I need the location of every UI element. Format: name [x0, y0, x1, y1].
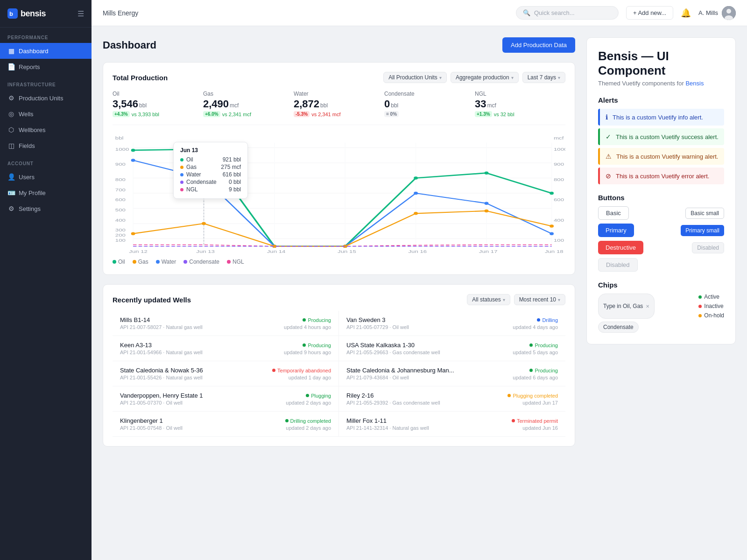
svg-text:mcf: mcf	[554, 135, 564, 140]
well-status: Drilling	[537, 317, 558, 323]
wells-icon: ◎	[7, 110, 15, 118]
svg-text:200: 200	[115, 232, 126, 238]
sidebar-item-users[interactable]: 👤 Users	[0, 169, 92, 185]
alerts-heading: Alerts	[598, 96, 724, 104]
chip-close-icon[interactable]: ✕	[646, 304, 649, 309]
svg-point-47	[131, 159, 135, 162]
filter-aggregate[interactable]: Aggregate production ▾	[451, 72, 519, 83]
svg-text:400: 400	[554, 217, 564, 222]
well-row[interactable]: Van Sweden 3 Drilling API 21-005-07729 ·…	[339, 311, 565, 336]
alert-warning: ⚠This is a custom Vuetify warning alert.	[598, 148, 724, 165]
svg-text:400: 400	[115, 217, 126, 222]
disabled-small-button: Disabled	[692, 242, 724, 253]
well-updated: updated Jun 17	[522, 400, 558, 406]
chevron-down-icon: ▾	[511, 75, 514, 80]
svg-point-45	[485, 171, 489, 175]
buttons-heading: Buttons	[598, 194, 724, 202]
svg-text:700: 700	[115, 187, 126, 192]
search-icon: 🔍	[523, 9, 530, 16]
stat-condensate-value: 0 bbl	[384, 98, 467, 110]
btn-row-disabled: Disabled	[598, 258, 724, 272]
well-name: Riley 2-16	[346, 392, 374, 399]
avatar-image	[722, 6, 736, 20]
well-meta: API 21-001-54966 · Natural gas well	[120, 350, 203, 355]
basic-small-button[interactable]: Basic small	[685, 208, 724, 219]
sidebar-item-settings[interactable]: ⚙ Settings	[0, 201, 92, 217]
wells-header: Recently updated Wells All statuses ▾ Mo…	[113, 294, 565, 305]
well-row[interactable]: Miller Fox 1-11 Terminated permit API 21…	[339, 412, 565, 437]
topbar-user[interactable]: A. Mills	[698, 6, 736, 20]
well-row[interactable]: Riley 2-16 Plugging completed API 21-055…	[339, 386, 565, 412]
stat-water-value: 2,872 bbl	[294, 98, 377, 110]
well-row[interactable]: State Caledonia & Johannesburg Man... Pr…	[339, 361, 565, 386]
chip-statuses: Active Inactive On-hold	[698, 294, 724, 319]
topbar-company: Mills Energy	[103, 9, 138, 17]
svg-text:500: 500	[115, 207, 126, 212]
sidebar-item-label-production-units: Production Units	[19, 95, 63, 102]
stat-gas: Gas 2,490 mcf +6.0% vs 2,341 mcf	[203, 91, 294, 117]
sidebar-item-fields[interactable]: ◫ Fields	[0, 138, 92, 154]
stat-condensate-label: Condensate	[384, 91, 467, 97]
chip-oil-gas[interactable]: Type in Oil, Gas ✕	[598, 294, 655, 319]
primary-small-button[interactable]: Primary small	[681, 225, 724, 236]
status-dot	[537, 318, 540, 322]
chips-showcase: Type in Oil, Gas ✕ Active Inactive On-ho…	[598, 294, 724, 319]
wells-filters: All statuses ▾ Most recent 10 ▾	[467, 294, 565, 305]
bensis-link[interactable]: Bensis	[685, 80, 704, 87]
well-row[interactable]: Keen A3-13 Producing API 21-001-54966 · …	[113, 336, 339, 361]
tooltip-row-oil: Oil 921 bbl	[180, 156, 241, 163]
destructive-button[interactable]: Destructive	[598, 241, 643, 254]
well-row[interactable]: Klingenberger 1 Drilling completed API 2…	[113, 412, 339, 437]
well-row[interactable]: State Caledonia & Nowak 5-36 Temporarily…	[113, 361, 339, 386]
well-meta: API 21-007-58027 · Natural gas well	[120, 324, 203, 330]
well-row-top: Riley 2-16 Plugging completed	[346, 392, 558, 399]
legend-ngl: NGL	[227, 259, 244, 265]
well-row[interactable]: Mills B1-14 Producing API 21-007-58027 ·…	[113, 311, 339, 336]
sidebar-item-wellbores[interactable]: ⬡ Wellbores	[0, 122, 92, 138]
well-row-top: State Caledonia & Nowak 5-36 Temporarily…	[120, 367, 331, 374]
chip-condensate[interactable]: Condensate	[598, 322, 639, 333]
sidebar-item-wells[interactable]: ◎ Wells	[0, 106, 92, 122]
sidebar-item-dashboard[interactable]: ▦ Dashboard	[0, 43, 92, 59]
add-production-data-button[interactable]: Add Production Data	[502, 37, 575, 53]
stats-row: Oil 3,546 bbl +4.3% vs 3,393 bbl Gas	[113, 91, 565, 125]
add-new-button[interactable]: + Add new...	[626, 6, 673, 20]
status-dot	[272, 369, 275, 372]
filter-time[interactable]: Last 7 days ▾	[522, 72, 565, 83]
search-input-placeholder: Quick search...	[534, 9, 575, 16]
chips-row2: Condensate	[598, 322, 724, 333]
svg-text:900: 900	[554, 161, 564, 167]
svg-point-46	[550, 192, 554, 195]
sidebar-item-reports[interactable]: 📄 Reports	[0, 59, 92, 75]
well-status: Terminated permit	[512, 418, 558, 424]
svg-point-51	[414, 192, 418, 195]
well-row[interactable]: USA State Kalkaska 1-30 Producing API 21…	[339, 336, 565, 361]
tooltip-row-ngl: NGL 9 bbl	[180, 186, 241, 193]
well-name: State Caledonia & Johannesburg Man...	[346, 367, 454, 374]
filter-well-recent[interactable]: Most recent 10 ▾	[514, 294, 565, 305]
filter-well-status[interactable]: All statuses ▾	[467, 294, 510, 305]
search-box[interactable]: 🔍 Quick search...	[516, 6, 619, 20]
filter-units[interactable]: All Production Units ▾	[383, 72, 447, 83]
tooltip-dot-gas	[180, 166, 183, 169]
success-icon: ✓	[606, 133, 611, 140]
stat-gas-change: +6.0% vs 2,341 mcf	[203, 111, 286, 117]
notification-icon[interactable]: 🔔	[681, 8, 691, 18]
primary-button[interactable]: Primary	[598, 224, 634, 237]
hamburger-icon[interactable]: ☰	[78, 9, 84, 18]
legend-dot-gas	[133, 260, 136, 264]
sidebar-item-my-profile[interactable]: 🪪 My Profile	[0, 185, 92, 201]
sidebar-item-label-users: Users	[19, 174, 35, 181]
filter-units-label: All Production Units	[388, 74, 437, 81]
wellbores-icon: ⬡	[7, 126, 15, 133]
wells-title: Recently updated Wells	[113, 296, 191, 304]
stat-oil-change: +4.3% vs 3,393 bbl	[113, 111, 196, 117]
basic-button[interactable]: Basic	[598, 206, 629, 220]
legend-gas: Gas	[133, 259, 148, 265]
svg-text:b: b	[9, 10, 13, 17]
well-row[interactable]: Vanderpoppen, Henry Estate 1 Plugging AP…	[113, 386, 339, 412]
stat-gas-label: Gas	[203, 91, 286, 97]
well-meta: API 21-005-07548 · Oil well	[120, 425, 183, 431]
sidebar-item-production-units[interactable]: ⚙ Production Units	[0, 90, 92, 106]
settings-icon: ⚙	[7, 205, 15, 212]
